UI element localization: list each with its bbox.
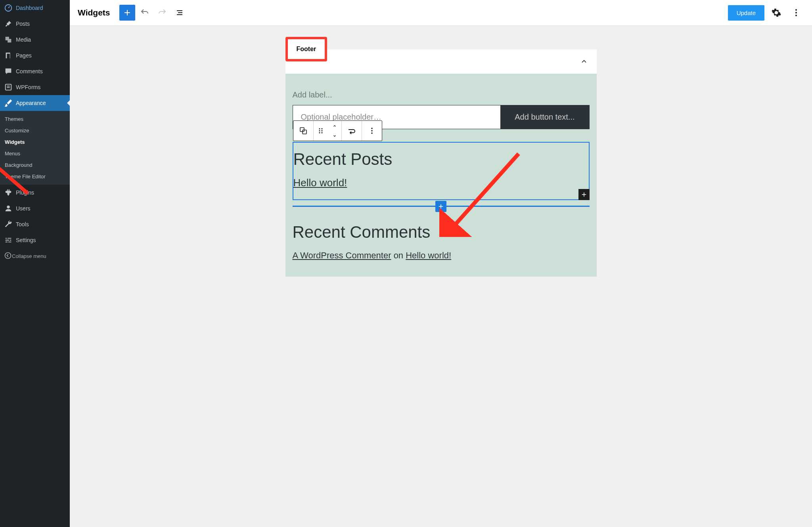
menu-settings[interactable]: Settings	[0, 232, 70, 248]
menu-wpforms[interactable]: WPForms	[0, 79, 70, 95]
menu-label: Tools	[16, 221, 29, 227]
inline-add-block-button[interactable]	[435, 201, 446, 212]
menu-label: Plugins	[16, 189, 34, 196]
svg-rect-2	[7, 53, 10, 59]
svg-point-20	[321, 128, 322, 129]
block-toolbar	[293, 120, 382, 141]
block-type-button[interactable]	[293, 121, 313, 141]
form-icon	[4, 83, 13, 92]
page-icon	[4, 51, 13, 60]
menu-label: Posts	[16, 21, 30, 27]
svg-point-23	[319, 132, 320, 133]
media-icon	[4, 35, 13, 44]
wrench-icon	[4, 220, 13, 229]
menu-dashboard[interactable]: Dashboard	[0, 0, 70, 16]
submenu-widgets[interactable]: Widgets	[0, 136, 70, 148]
add-block-inside-button[interactable]	[578, 189, 590, 200]
svg-point-26	[371, 130, 373, 132]
menu-tools[interactable]: Tools	[0, 216, 70, 232]
transform-button[interactable]	[342, 121, 362, 141]
submenu-themes[interactable]: Themes	[0, 113, 70, 125]
pin-icon	[4, 19, 13, 28]
widget-area: Footer Add label... Add button text...	[285, 37, 597, 277]
undo-button[interactable]	[137, 5, 153, 21]
svg-point-13	[795, 9, 797, 11]
recent-posts-heading: Recent Posts	[293, 150, 589, 169]
menu-label: Pages	[16, 52, 32, 59]
submenu-background[interactable]: Background	[0, 159, 70, 171]
page-title: Widgets	[78, 8, 110, 17]
svg-point-24	[321, 132, 322, 133]
svg-point-6	[7, 206, 10, 208]
list-view-button[interactable]	[172, 5, 188, 21]
svg-rect-18	[303, 130, 306, 134]
svg-point-14	[795, 12, 797, 13]
menu-label: Dashboard	[16, 5, 43, 11]
settings-button[interactable]	[768, 5, 784, 21]
block-more-button[interactable]	[362, 121, 382, 141]
admin-sidebar: Dashboard Posts Media Pages Comments WPF…	[0, 0, 70, 527]
menu-label: Comments	[16, 68, 43, 74]
add-block-button[interactable]	[119, 5, 135, 21]
editor-main: Widgets Update Foot	[70, 0, 812, 527]
collapse-label: Collapse menu	[12, 253, 46, 259]
search-block: Add button text...	[293, 105, 590, 129]
recent-comment-item: A WordPress Commenter on Hello world!	[293, 250, 590, 261]
user-icon	[4, 204, 13, 213]
svg-point-22	[321, 130, 322, 131]
svg-point-27	[371, 132, 373, 134]
menu-plugins[interactable]: Plugins	[0, 185, 70, 200]
menu-label: Users	[16, 205, 31, 212]
collapse-menu[interactable]: Collapse menu	[0, 248, 70, 264]
comment-author-link[interactable]: A WordPress Commenter	[293, 250, 391, 260]
menu-label: Appearance	[16, 100, 46, 106]
block-inserter-line[interactable]	[293, 206, 590, 207]
svg-rect-17	[300, 128, 304, 132]
menu-label: Media	[16, 36, 31, 43]
widget-area-header-bar[interactable]	[285, 50, 597, 74]
drag-handle[interactable]	[314, 121, 328, 141]
brush-icon	[4, 99, 13, 107]
move-down-button[interactable]	[328, 131, 341, 141]
widget-area-title[interactable]: Footer	[285, 37, 327, 61]
submenu-menus[interactable]: Menus	[0, 148, 70, 159]
appearance-submenu: Themes Customize Widgets Menus Backgroun…	[0, 111, 70, 185]
comment-on-text: on	[391, 250, 406, 260]
recent-comments-heading: Recent Comments	[293, 223, 590, 242]
search-button-label[interactable]: Add button text...	[500, 105, 589, 129]
svg-point-25	[371, 128, 373, 129]
dashboard-icon	[4, 4, 13, 12]
update-button[interactable]: Update	[728, 5, 764, 21]
recent-comments-block[interactable]: Recent Comments A WordPress Commenter on…	[293, 223, 590, 261]
widget-area-body: Add label... Add button text...	[285, 74, 597, 277]
svg-point-15	[795, 15, 797, 16]
search-block-label[interactable]: Add label...	[293, 90, 590, 99]
menu-pages[interactable]: Pages	[0, 48, 70, 63]
redo-button[interactable]	[154, 5, 170, 21]
menu-users[interactable]: Users	[0, 200, 70, 216]
menu-media[interactable]: Media	[0, 32, 70, 48]
chevron-up-icon[interactable]	[580, 57, 588, 67]
editor-toolbar: Widgets Update	[70, 0, 812, 26]
menu-appearance[interactable]: Appearance	[0, 95, 70, 111]
editor-content: Footer Add label... Add button text...	[70, 26, 812, 527]
move-up-button[interactable]	[328, 121, 341, 131]
svg-point-21	[319, 130, 320, 131]
menu-posts[interactable]: Posts	[0, 16, 70, 32]
menu-label: Settings	[16, 237, 36, 243]
collapse-icon	[4, 252, 12, 261]
svg-point-7	[5, 253, 11, 259]
menu-label: WPForms	[16, 84, 40, 90]
plugin-icon	[4, 188, 13, 197]
sliders-icon	[4, 236, 13, 244]
recent-posts-block[interactable]: Recent Posts Hello world!	[293, 142, 590, 200]
comment-icon	[4, 67, 13, 76]
more-options-button[interactable]	[788, 5, 804, 21]
submenu-theme-file-editor[interactable]: Theme File Editor	[0, 171, 70, 182]
comment-post-link[interactable]: Hello world!	[406, 250, 451, 260]
menu-comments[interactable]: Comments	[0, 63, 70, 79]
recent-post-link[interactable]: Hello world!	[293, 177, 347, 189]
svg-point-19	[319, 128, 320, 129]
submenu-customize[interactable]: Customize	[0, 125, 70, 136]
